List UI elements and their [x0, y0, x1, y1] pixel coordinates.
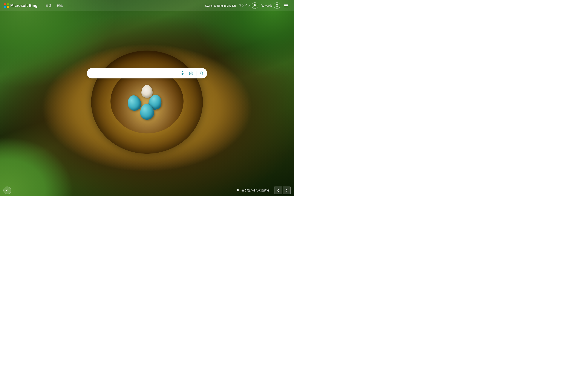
microphone-icon [180, 71, 184, 75]
svg-point-6 [192, 73, 192, 73]
svg-point-5 [190, 73, 192, 74]
login-label: ログイン [238, 4, 250, 8]
svg-rect-2 [182, 72, 183, 74]
logo-text: Microsoft Bing [10, 4, 38, 8]
chevron-left-icon [277, 189, 279, 192]
search-container [87, 68, 207, 78]
egg-teal-left [126, 94, 143, 112]
search-icons [178, 70, 206, 77]
rewards-label: Rewards [261, 4, 272, 7]
image-caption: 生き物の進化の最前線 [236, 186, 290, 194]
user-svg [253, 4, 256, 7]
logo-green [7, 4, 8, 5]
logo-blue [4, 6, 6, 8]
hamburger-menu[interactable] [283, 3, 290, 8]
microphone-button[interactable] [178, 70, 186, 77]
rewards-svg [275, 4, 279, 7]
background [0, 0, 294, 196]
search-button[interactable] [198, 70, 206, 77]
chevron-right-icon [286, 189, 288, 192]
chevron-up-icon [6, 189, 9, 192]
nav-more[interactable]: ··· [66, 2, 73, 9]
rewards-icon [274, 2, 280, 9]
logo[interactable]: Microsoft Bing [4, 4, 38, 8]
hamburger-line-2 [284, 5, 288, 6]
nav-links: 画像 動画 ··· [44, 2, 73, 9]
logo-yellow [7, 6, 8, 8]
svg-point-9 [238, 190, 238, 190]
nav-images[interactable]: 画像 [44, 2, 54, 9]
microsoft-logo [4, 4, 8, 8]
search-bar [87, 68, 207, 78]
next-image-button[interactable] [283, 186, 290, 194]
prev-image-button[interactable] [274, 186, 282, 194]
nav-right: Switch to Bing in English ログイン Rewards [205, 2, 290, 9]
foliage-top-right [191, 0, 294, 78]
login-button[interactable]: ログイン [238, 2, 258, 9]
bottom-bar: 生き物の進化の最前線 [0, 185, 294, 196]
scroll-up-button[interactable] [4, 186, 11, 194]
search-input[interactable] [91, 71, 178, 75]
caption-text: 生き物の進化の最前線 [242, 188, 270, 192]
user-icon [252, 2, 258, 9]
visual-search-button[interactable] [187, 70, 195, 77]
switch-language-button[interactable]: Switch to Bing in English [205, 4, 236, 7]
hamburger-line-1 [284, 4, 288, 4]
search-divider [196, 71, 196, 76]
location-icon [236, 189, 240, 192]
nav-videos[interactable]: 動画 [55, 2, 65, 9]
camera-icon [189, 71, 193, 75]
svg-line-8 [202, 74, 204, 75]
search-icon [200, 71, 204, 76]
svg-point-1 [276, 4, 278, 6]
logo-red [4, 4, 6, 5]
hamburger-line-3 [284, 7, 288, 7]
rewards-button[interactable]: Rewards [261, 2, 280, 9]
nav-arrows [274, 186, 290, 194]
egg-speckled [142, 85, 152, 98]
navbar: Microsoft Bing 画像 動画 ··· Switch to Bing … [0, 0, 294, 11]
eggs-container [126, 85, 168, 119]
